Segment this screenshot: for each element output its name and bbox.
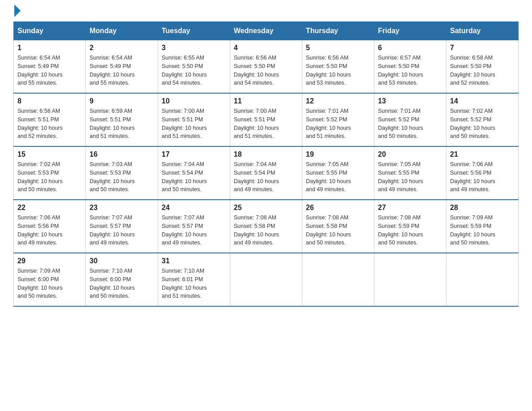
day-info: Sunrise: 7:04 AM Sunset: 5:54 PM Dayligh…: [162, 160, 226, 194]
calendar-cell: 24 Sunrise: 7:07 AM Sunset: 5:57 PM Dayl…: [158, 200, 230, 253]
day-number: 24: [162, 204, 226, 212]
day-info: Sunrise: 7:01 AM Sunset: 5:52 PM Dayligh…: [378, 107, 442, 141]
day-info: Sunrise: 7:08 AM Sunset: 5:58 PM Dayligh…: [234, 214, 298, 247]
calendar-cell: [374, 253, 446, 306]
calendar-cell: 12 Sunrise: 7:01 AM Sunset: 5:52 PM Dayl…: [302, 93, 374, 146]
day-info: Sunrise: 7:08 AM Sunset: 5:59 PM Dayligh…: [378, 214, 442, 247]
calendar-cell: 16 Sunrise: 7:03 AM Sunset: 5:53 PM Dayl…: [86, 146, 158, 200]
column-header-tuesday: Tuesday: [158, 22, 230, 40]
day-info: Sunrise: 6:56 AM Sunset: 5:50 PM Dayligh…: [234, 54, 298, 87]
calendar-cell: 4 Sunrise: 6:56 AM Sunset: 5:50 PM Dayli…: [230, 40, 302, 93]
day-number: 16: [90, 150, 154, 158]
calendar-cell: 7 Sunrise: 6:58 AM Sunset: 5:50 PM Dayli…: [446, 40, 519, 93]
day-info: Sunrise: 7:06 AM Sunset: 5:56 PM Dayligh…: [17, 214, 82, 247]
calendar-cell: 29 Sunrise: 7:09 AM Sunset: 6:00 PM Dayl…: [14, 253, 86, 306]
calendar-cell: 31 Sunrise: 7:10 AM Sunset: 6:01 PM Dayl…: [158, 253, 230, 306]
day-number: 2: [90, 44, 154, 52]
day-number: 17: [162, 150, 226, 158]
calendar-cell: 11 Sunrise: 7:00 AM Sunset: 5:51 PM Dayl…: [230, 93, 302, 146]
calendar-cell: 25 Sunrise: 7:08 AM Sunset: 5:58 PM Dayl…: [230, 200, 302, 253]
day-number: 7: [450, 44, 515, 52]
calendar-cell: 30 Sunrise: 7:10 AM Sunset: 6:00 PM Dayl…: [86, 253, 158, 306]
calendar-header-row: SundayMondayTuesdayWednesdayThursdayFrid…: [14, 22, 519, 40]
day-info: Sunrise: 7:00 AM Sunset: 5:51 PM Dayligh…: [234, 107, 298, 141]
calendar-week-row: 29 Sunrise: 7:09 AM Sunset: 6:00 PM Dayl…: [14, 253, 519, 306]
column-header-sunday: Sunday: [14, 22, 86, 40]
day-number: 22: [17, 204, 82, 212]
day-info: Sunrise: 7:10 AM Sunset: 6:01 PM Dayligh…: [162, 267, 226, 300]
calendar-cell: 28 Sunrise: 7:09 AM Sunset: 5:59 PM Dayl…: [446, 200, 519, 253]
day-number: 30: [90, 257, 154, 265]
column-header-saturday: Saturday: [446, 22, 519, 40]
calendar-cell: 23 Sunrise: 7:07 AM Sunset: 5:57 PM Dayl…: [86, 200, 158, 253]
logo: [13, 9, 21, 17]
calendar-cell: 26 Sunrise: 7:08 AM Sunset: 5:58 PM Dayl…: [302, 200, 374, 253]
day-info: Sunrise: 7:09 AM Sunset: 5:59 PM Dayligh…: [450, 214, 515, 247]
day-info: Sunrise: 6:54 AM Sunset: 5:49 PM Dayligh…: [90, 54, 154, 87]
day-number: 18: [234, 150, 298, 158]
calendar-cell: 22 Sunrise: 7:06 AM Sunset: 5:56 PM Dayl…: [14, 200, 86, 253]
day-info: Sunrise: 7:01 AM Sunset: 5:52 PM Dayligh…: [306, 107, 370, 141]
calendar-cell: 1 Sunrise: 6:54 AM Sunset: 5:49 PM Dayli…: [14, 40, 86, 93]
day-info: Sunrise: 7:03 AM Sunset: 5:53 PM Dayligh…: [90, 160, 154, 194]
day-number: 25: [234, 204, 298, 212]
day-number: 5: [306, 44, 370, 52]
day-info: Sunrise: 6:57 AM Sunset: 5:50 PM Dayligh…: [378, 54, 442, 87]
calendar-week-row: 8 Sunrise: 6:58 AM Sunset: 5:51 PM Dayli…: [14, 93, 519, 146]
day-number: 14: [450, 97, 515, 105]
calendar-cell: 5 Sunrise: 6:56 AM Sunset: 5:50 PM Dayli…: [302, 40, 374, 93]
day-number: 9: [90, 97, 154, 105]
day-info: Sunrise: 6:56 AM Sunset: 5:50 PM Dayligh…: [306, 54, 370, 87]
calendar-week-row: 15 Sunrise: 7:02 AM Sunset: 5:53 PM Dayl…: [14, 146, 519, 200]
logo-triangle-icon: [14, 4, 21, 17]
day-number: 26: [306, 204, 370, 212]
calendar-cell: 6 Sunrise: 6:57 AM Sunset: 5:50 PM Dayli…: [374, 40, 446, 93]
day-number: 23: [90, 204, 154, 212]
calendar-cell: [230, 253, 302, 306]
day-info: Sunrise: 7:08 AM Sunset: 5:58 PM Dayligh…: [306, 214, 370, 247]
day-number: 6: [378, 44, 442, 52]
day-number: 8: [17, 97, 82, 105]
calendar-cell: [302, 253, 374, 306]
day-info: Sunrise: 7:05 AM Sunset: 5:55 PM Dayligh…: [378, 160, 442, 194]
day-number: 15: [17, 150, 82, 158]
day-number: 29: [17, 257, 82, 265]
calendar-cell: 2 Sunrise: 6:54 AM Sunset: 5:49 PM Dayli…: [86, 40, 158, 93]
day-number: 19: [306, 150, 370, 158]
calendar-cell: 3 Sunrise: 6:55 AM Sunset: 5:50 PM Dayli…: [158, 40, 230, 93]
day-info: Sunrise: 7:04 AM Sunset: 5:54 PM Dayligh…: [234, 160, 298, 194]
column-header-friday: Friday: [374, 22, 446, 40]
column-header-wednesday: Wednesday: [230, 22, 302, 40]
day-number: 13: [378, 97, 442, 105]
calendar-cell: 17 Sunrise: 7:04 AM Sunset: 5:54 PM Dayl…: [158, 146, 230, 200]
day-number: 20: [378, 150, 442, 158]
column-header-thursday: Thursday: [302, 22, 374, 40]
calendar-cell: 19 Sunrise: 7:05 AM Sunset: 5:55 PM Dayl…: [302, 146, 374, 200]
day-number: 12: [306, 97, 370, 105]
page-header: [13, 9, 519, 17]
day-info: Sunrise: 7:06 AM Sunset: 5:56 PM Dayligh…: [450, 160, 515, 194]
day-number: 4: [234, 44, 298, 52]
day-number: 10: [162, 97, 226, 105]
day-number: 27: [378, 204, 442, 212]
day-info: Sunrise: 7:05 AM Sunset: 5:55 PM Dayligh…: [306, 160, 370, 194]
calendar-cell: 21 Sunrise: 7:06 AM Sunset: 5:56 PM Dayl…: [446, 146, 519, 200]
day-info: Sunrise: 7:10 AM Sunset: 6:00 PM Dayligh…: [90, 267, 154, 300]
calendar-cell: [446, 253, 519, 306]
calendar-cell: 8 Sunrise: 6:58 AM Sunset: 5:51 PM Dayli…: [14, 93, 86, 146]
day-info: Sunrise: 6:54 AM Sunset: 5:49 PM Dayligh…: [17, 54, 82, 87]
day-number: 1: [17, 44, 82, 52]
calendar-week-row: 22 Sunrise: 7:06 AM Sunset: 5:56 PM Dayl…: [14, 200, 519, 253]
calendar-table: SundayMondayTuesdayWednesdayThursdayFrid…: [13, 21, 519, 307]
day-number: 28: [450, 204, 515, 212]
calendar-cell: 10 Sunrise: 7:00 AM Sunset: 5:51 PM Dayl…: [158, 93, 230, 146]
day-info: Sunrise: 6:59 AM Sunset: 5:51 PM Dayligh…: [90, 107, 154, 141]
day-info: Sunrise: 7:07 AM Sunset: 5:57 PM Dayligh…: [162, 214, 226, 247]
day-info: Sunrise: 6:58 AM Sunset: 5:50 PM Dayligh…: [450, 54, 515, 87]
calendar-cell: 9 Sunrise: 6:59 AM Sunset: 5:51 PM Dayli…: [86, 93, 158, 146]
calendar-cell: 14 Sunrise: 7:02 AM Sunset: 5:52 PM Dayl…: [446, 93, 519, 146]
day-info: Sunrise: 6:58 AM Sunset: 5:51 PM Dayligh…: [17, 107, 82, 141]
calendar-cell: 18 Sunrise: 7:04 AM Sunset: 5:54 PM Dayl…: [230, 146, 302, 200]
day-info: Sunrise: 7:07 AM Sunset: 5:57 PM Dayligh…: [90, 214, 154, 247]
day-info: Sunrise: 7:02 AM Sunset: 5:53 PM Dayligh…: [17, 160, 82, 194]
